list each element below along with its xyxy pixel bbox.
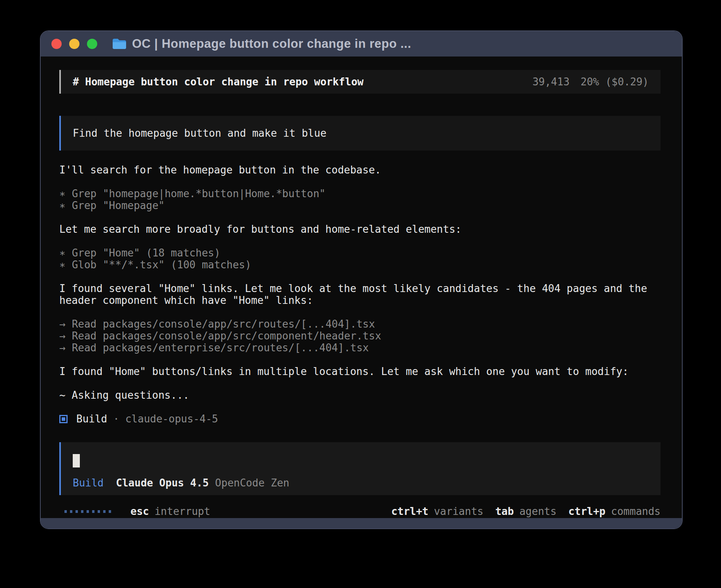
read-call-row: →Read packages/enterprise/src/routes/[..… [59,342,661,354]
esc-label: interrupt [155,505,210,517]
read-call-row: →Read packages/console/app/src/component… [59,330,661,342]
task-separator: · [113,413,119,425]
hint-agents: tabagents [495,505,557,517]
tool-bullet-icon: ∗ [59,188,66,200]
read-call-group: →Read packages/console/app/src/routes/[.… [59,318,661,354]
agent-task-row: Build · claude-opus-4-5 [59,413,661,425]
message-input[interactable]: Build Claude Opus 4.5 OpenCode Zen [59,442,661,495]
hint-commands: ctrl+pcommands [568,505,661,517]
session-stats: 39,41320% ($0.29) [532,76,649,88]
assistant-paragraph: I'll search for the homepage button in t… [59,164,661,176]
interrupt-hint: esc interrupt [64,505,210,517]
folder-icon [112,38,126,50]
close-button[interactable] [51,39,62,49]
read-arrow-icon: → [59,318,66,330]
status-line: ~ Asking questions... [59,389,661,401]
tool-call-group: ∗Grep "Home" (18 matches) ∗Glob "**/*.ts… [59,247,661,271]
minimize-button[interactable] [69,39,79,49]
read-arrow-icon: → [59,330,66,342]
assistant-paragraph: I found "Home" buttons/links in multiple… [59,366,661,377]
assistant-response: I'll search for the homepage button in t… [59,164,661,425]
tool-call-group: ∗Grep "homepage|home.*button|Home.*butto… [59,188,661,211]
input-cursor [73,454,80,467]
status-bar: esc interrupt ctrl+tvariants tabagents c… [59,505,661,517]
app-window: OC | Homepage button color change in rep… [40,30,683,529]
spinner-dots [64,510,114,513]
read-call-row: →Read packages/console/app/src/routes/[.… [59,318,661,330]
tool-call-row: ∗Grep "homepage|home.*button|Home.*butto… [59,188,661,200]
user-message-text: Find the homepage button and make it blu… [73,127,327,139]
task-agent-label: Build [76,413,107,425]
assistant-paragraph: I found several "Home" links. Let me loo… [59,283,661,306]
window-title: OC | Homepage button color change in rep… [132,37,411,51]
title-bar: OC | Homepage button color change in rep… [41,31,682,57]
context-usage: 20% ($0.29) [581,76,649,88]
tool-call-row: ∗Glob "**/*.tsx" (100 matches) [59,259,661,271]
tool-bullet-icon: ∗ [59,259,66,271]
tool-bullet-icon: ∗ [59,200,66,211]
task-status-icon [59,415,68,423]
agent-name[interactable]: Build [73,477,104,489]
terminal-content: # Homepage button color change in repo w… [41,57,682,518]
tool-call-row: ∗Grep "Home" (18 matches) [59,247,661,259]
user-message: Find the homepage button and make it blu… [59,116,661,151]
zoom-button[interactable] [87,39,97,49]
keyboard-hints: ctrl+tvariants tabagents ctrl+pcommands [379,505,661,517]
tool-call-row: ∗Grep "Homepage" [59,200,661,211]
task-model-name: claude-opus-4-5 [125,413,218,425]
session-header: # Homepage button color change in repo w… [59,70,661,94]
input-status-row: Build Claude Opus 4.5 OpenCode Zen [73,477,649,489]
hint-variants: ctrl+tvariants [391,505,483,517]
session-title: # Homepage button color change in repo w… [73,76,364,88]
assistant-paragraph: Let me search more broadly for buttons a… [59,223,661,235]
model-name: Claude Opus 4.5 [116,477,209,489]
tool-bullet-icon: ∗ [59,247,66,259]
provider-name: OpenCode Zen [215,477,289,489]
read-arrow-icon: → [59,342,66,354]
token-count: 39,413 [532,76,570,88]
esc-key: esc [130,505,149,517]
window-bottom-bar [41,518,682,528]
